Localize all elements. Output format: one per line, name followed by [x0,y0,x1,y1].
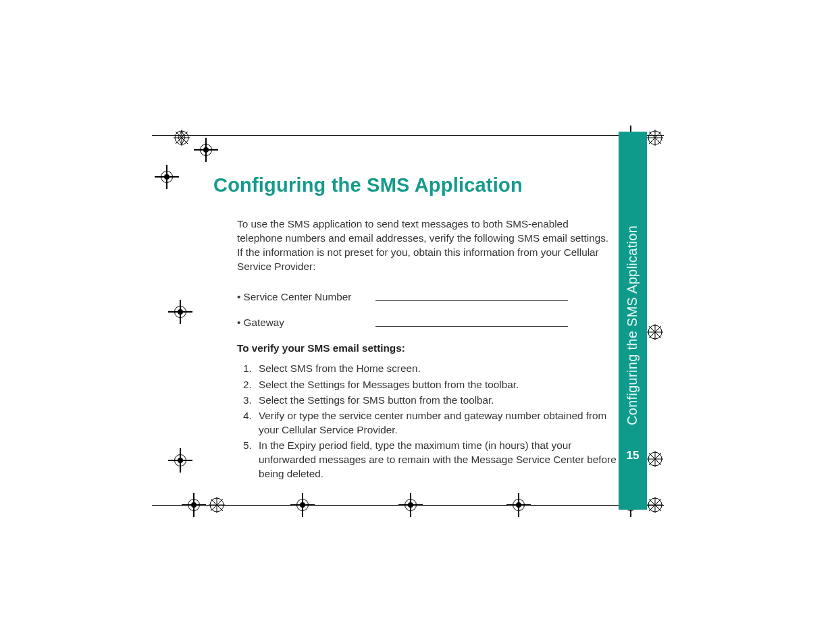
list-item: Select SMS from the Home screen. [255,361,629,375]
registration-star-icon [647,130,663,146]
list-item: Verify or type the service center number… [255,408,629,437]
fill-in-field: • Gateway [237,317,612,329]
field-label: • Service Center Number [237,291,375,303]
list-item: Select the Settings for Messages button … [255,377,629,392]
field-label: • Gateway [237,317,375,329]
procedure-list: Select SMS from the Home screen. Select … [237,361,629,481]
crop-line-top [152,135,664,136]
manual-page: Configuring the SMS Application 15 Confi… [0,0,834,644]
page-body: Configuring the SMS Application To use t… [213,174,605,482]
intro-paragraph: To use the SMS application to send text … [237,217,612,273]
registration-mark-icon [186,497,202,513]
registration-mark-icon [511,497,527,513]
page-title: Configuring the SMS Application [213,174,605,196]
registration-mark-icon [402,497,419,513]
registration-star-icon [647,497,663,513]
registration-star-icon [647,451,663,467]
list-item: Select the Settings for SMS button from … [255,393,629,407]
registration-star-icon [647,324,663,340]
fill-in-field: • Service Center Number [237,291,612,303]
registration-mark-icon [172,304,188,320]
registration-mark-icon [159,169,175,185]
registration-mark-icon [172,452,188,468]
registration-mark-icon [294,497,311,513]
registration-star-icon [209,497,225,513]
registration-mark-icon [198,142,214,158]
list-item: In the Expiry period field, type the max… [255,438,629,481]
blank-line [375,300,568,301]
registration-star-icon [174,130,190,146]
procedure-heading: To verify your SMS email settings: [237,342,605,354]
blank-line [375,325,568,327]
